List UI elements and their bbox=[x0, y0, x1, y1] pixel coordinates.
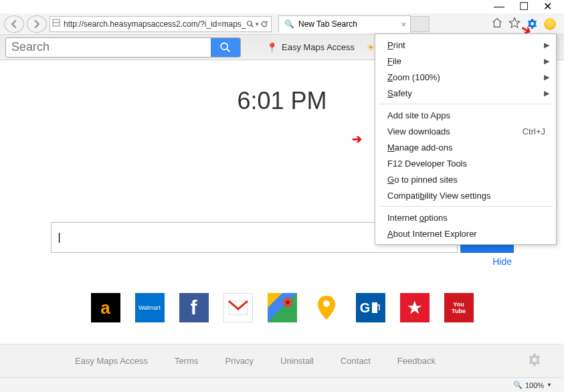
menu-item-file[interactable]: File▶ bbox=[375, 53, 556, 69]
tile-macys[interactable]: ★ bbox=[400, 293, 430, 322]
toolbar-icons bbox=[491, 17, 560, 31]
window-close[interactable]: ✕ bbox=[543, 2, 552, 11]
pump-icon bbox=[371, 302, 381, 314]
tile-label: G bbox=[360, 300, 371, 316]
menu-item-manage-addons[interactable]: Manage add-ons bbox=[375, 139, 556, 155]
window-minimize[interactable]: — bbox=[494, 2, 504, 11]
menu-item-add-site[interactable]: Add site to Apps bbox=[375, 107, 556, 123]
extension-search-button[interactable] bbox=[211, 38, 240, 57]
tile-maps-pin[interactable] bbox=[312, 293, 341, 322]
status-bar: 🔍 100% ▼ bbox=[0, 377, 564, 392]
tab-favicon-icon: 🔍 bbox=[284, 19, 294, 29]
tab-close-icon[interactable]: × bbox=[401, 19, 406, 29]
browser-navbar: http://search.heasymapsaccess2.com/?i_id… bbox=[0, 13, 564, 35]
forward-button[interactable] bbox=[27, 15, 47, 33]
map-pin-icon bbox=[314, 294, 339, 321]
menu-item-view-downloads[interactable]: View downloadsCtrl+J bbox=[375, 123, 556, 139]
tile-google-maps[interactable] bbox=[268, 293, 297, 322]
menu-item-compat-view[interactable]: Compatibility View settings bbox=[375, 187, 556, 203]
arrow-left-icon bbox=[9, 19, 19, 29]
svg-point-14 bbox=[286, 301, 289, 304]
tile-facebook[interactable]: f bbox=[179, 293, 209, 322]
url-text[interactable]: http://search.heasymapsaccess2.com/?i_id… bbox=[62, 19, 246, 29]
feedback-smile-icon[interactable] bbox=[544, 18, 556, 30]
tile-gasbuddy[interactable]: G bbox=[356, 293, 385, 322]
brand-text: Easy Maps Access bbox=[282, 42, 355, 52]
zoom-icon[interactable]: 🔍 bbox=[513, 381, 523, 389]
menu-item-about[interactable]: About Internet Explorer bbox=[375, 225, 556, 241]
footer-link-uninstall[interactable]: Uninstall bbox=[280, 356, 314, 366]
tools-gear-icon[interactable] bbox=[526, 17, 539, 30]
svg-line-3 bbox=[252, 25, 254, 27]
tab-bar: 🔍 New Tab Search × bbox=[278, 15, 430, 33]
svg-rect-1 bbox=[53, 22, 60, 23]
menu-item-internet-options[interactable]: Internet options bbox=[375, 209, 556, 225]
tile-youtube[interactable]: You Tube bbox=[444, 293, 474, 322]
footer-settings-icon[interactable] bbox=[527, 352, 543, 370]
home-icon[interactable] bbox=[491, 17, 503, 31]
search-icon[interactable] bbox=[246, 20, 254, 28]
svg-point-4 bbox=[531, 22, 534, 25]
gmaps-icon bbox=[268, 293, 297, 322]
address-bar[interactable]: http://search.heasymapsaccess2.com/?i_id… bbox=[50, 16, 272, 32]
svg-rect-16 bbox=[372, 302, 377, 313]
arrow-right-icon bbox=[32, 19, 41, 29]
footer-link-feedback[interactable]: Feedback bbox=[397, 356, 436, 366]
tab-title: New Tab Search bbox=[298, 19, 357, 29]
menu-shortcut: Ctrl+J bbox=[523, 126, 545, 136]
address-controls: ▾ bbox=[246, 20, 271, 28]
footer: Easy Maps Access Terms Privacy Uninstall… bbox=[0, 344, 564, 377]
gmail-icon bbox=[228, 300, 248, 315]
chevron-right-icon: ▶ bbox=[544, 89, 549, 98]
zoom-dropdown-icon[interactable]: ▼ bbox=[547, 382, 552, 388]
tile-walmart[interactable]: Walmart bbox=[135, 293, 165, 322]
footer-link-privacy[interactable]: Privacy bbox=[225, 356, 254, 366]
tile-amazon[interactable]: a bbox=[91, 293, 120, 322]
favorites-icon[interactable] bbox=[508, 17, 521, 31]
svg-point-17 bbox=[533, 358, 537, 363]
tab-active[interactable]: 🔍 New Tab Search × bbox=[278, 15, 411, 33]
svg-point-2 bbox=[248, 21, 252, 25]
menu-item-f12[interactable]: F12 Developer Tools bbox=[375, 155, 556, 171]
zoom-level: 100% bbox=[525, 381, 544, 389]
hide-tiles-link[interactable]: Hide bbox=[492, 256, 512, 267]
tools-menu: ➔ Print▶ File▶ Zoom (100%)▶ Safety▶ Add … bbox=[375, 33, 557, 245]
site-identity-icon bbox=[50, 19, 62, 29]
footer-link-contact[interactable]: Contact bbox=[341, 356, 371, 366]
extension-brand[interactable]: 📍 Easy Maps Access bbox=[266, 42, 355, 53]
menu-item-print[interactable]: Print▶ bbox=[375, 37, 556, 53]
menu-item-zoom[interactable]: Zoom (100%)▶ bbox=[375, 69, 556, 85]
menu-item-safety[interactable]: Safety▶ bbox=[375, 85, 556, 101]
svg-line-6 bbox=[227, 49, 229, 52]
compass-icon: 📍 bbox=[266, 42, 278, 53]
footer-link-terms[interactable]: Terms bbox=[175, 356, 198, 366]
tile-label: ★ bbox=[407, 298, 422, 317]
chevron-right-icon: ▶ bbox=[544, 57, 549, 66]
chevron-right-icon: ▶ bbox=[544, 41, 549, 50]
dropdown-icon[interactable]: ▾ bbox=[256, 21, 259, 27]
search-icon bbox=[219, 41, 231, 54]
chevron-right-icon: ▶ bbox=[544, 73, 549, 82]
window-controls: — ☐ ✕ bbox=[0, 0, 564, 13]
footer-link-brand[interactable]: Easy Maps Access bbox=[75, 356, 148, 366]
menu-item-pinned-sites[interactable]: Go to pinned sites bbox=[375, 171, 556, 187]
back-button[interactable] bbox=[4, 15, 24, 33]
svg-point-5 bbox=[221, 43, 227, 50]
window-maximize[interactable]: ☐ bbox=[519, 2, 529, 11]
refresh-icon[interactable] bbox=[260, 20, 268, 28]
extension-search[interactable] bbox=[5, 37, 241, 58]
extension-search-input[interactable] bbox=[6, 40, 211, 54]
svg-point-15 bbox=[323, 300, 330, 307]
new-tab-button[interactable] bbox=[411, 16, 430, 32]
tile-gmail[interactable] bbox=[223, 293, 253, 322]
quick-tiles: a Walmart f G ★ You Tube bbox=[0, 293, 564, 322]
